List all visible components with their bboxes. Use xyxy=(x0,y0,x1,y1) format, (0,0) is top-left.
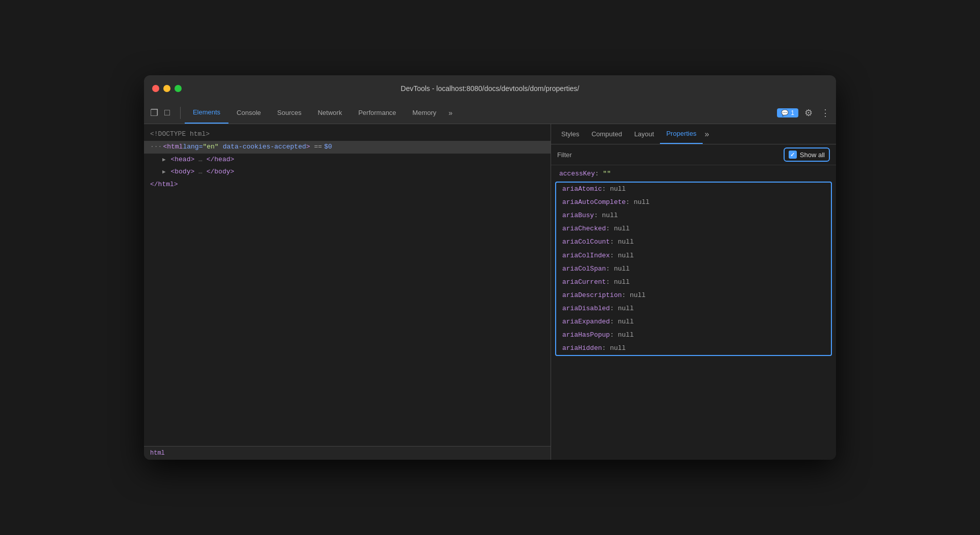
tabbar-right-controls: 💬 1 ⚙ ⋮ xyxy=(777,105,832,121)
prop-ariaExpanded: ariaExpanded: null xyxy=(556,315,831,329)
prop-ariaBusy: ariaBusy: null xyxy=(556,209,831,222)
head-open: <head> xyxy=(170,156,194,163)
prop-ariaDescription: ariaDescription: null xyxy=(556,289,831,302)
tab-divider xyxy=(180,107,181,119)
dom-doctype: <!DOCTYPE html> xyxy=(144,128,551,141)
head-dots: … xyxy=(198,156,203,163)
devtools-window: DevTools - localhost:8080/docs/devtools/… xyxy=(144,75,836,460)
more-options-button[interactable]: ⋮ xyxy=(819,105,832,121)
right-tabbar: Styles Computed Layout Properties » xyxy=(551,124,836,144)
body-close: </body> xyxy=(207,168,235,175)
tab-sources[interactable]: Sources xyxy=(269,102,310,124)
minimize-button[interactable] xyxy=(163,85,170,92)
prop-ariaAutoComplete: ariaAutoComplete: null xyxy=(556,196,831,209)
html-lang-attr: lang= xyxy=(183,142,203,153)
maximize-button[interactable] xyxy=(175,85,182,92)
show-all-container[interactable]: Show all xyxy=(784,147,830,162)
dom-panel: <!DOCTYPE html> ··· <html lang="en" data… xyxy=(144,124,551,460)
window-title: DevTools - localhost:8080/docs/devtools/… xyxy=(401,84,580,93)
html-equals: == xyxy=(314,142,322,153)
cursor-icon[interactable]: ❐ xyxy=(148,105,160,121)
tab-console[interactable]: Console xyxy=(228,102,269,124)
prop-ariaChecked: ariaChecked: null xyxy=(556,222,831,235)
breadcrumb-html[interactable]: html xyxy=(150,450,165,457)
show-all-checkbox[interactable] xyxy=(789,151,797,159)
prop-ariaDisabled: ariaDisabled: null xyxy=(556,302,831,315)
prop-ariaColIndex: ariaColIndex: null xyxy=(556,249,831,262)
dom-body[interactable]: ▶ <body> … </body> xyxy=(144,166,551,179)
body-open: <body> xyxy=(170,168,194,175)
html-dollar: $0 xyxy=(324,142,332,153)
right-panel: Styles Computed Layout Properties » Filt… xyxy=(551,124,836,460)
body-expand[interactable]: ▶ xyxy=(162,169,166,175)
tab-memory[interactable]: Memory xyxy=(405,102,445,124)
doctype-text: <!DOCTYPE html> xyxy=(150,130,210,138)
main-tabs: Elements Console Sources Network Perform… xyxy=(185,102,456,124)
devtools-tool-icons: ❐ □ xyxy=(148,105,172,121)
titlebar: DevTools - localhost:8080/docs/devtools/… xyxy=(144,75,836,102)
prop-ariaHidden: ariaHidden: null xyxy=(556,342,831,355)
html-close-bracket: > xyxy=(306,142,310,153)
comment-icon: 💬 xyxy=(781,109,789,116)
body-dots: … xyxy=(198,168,203,175)
comments-badge[interactable]: 💬 1 xyxy=(777,108,798,117)
dom-tree: <!DOCTYPE html> ··· <html lang="en" data… xyxy=(144,124,551,446)
prop-ariaColCount: ariaColCount: null xyxy=(556,235,831,249)
head-expand[interactable]: ▶ xyxy=(162,157,166,163)
head-close: </head> xyxy=(207,156,235,163)
close-button[interactable] xyxy=(152,85,159,92)
html-dots: ··· xyxy=(150,142,162,153)
prop-ariaHasPopup: ariaHasPopup: null xyxy=(556,329,831,342)
settings-button[interactable]: ⚙ xyxy=(802,105,815,121)
prop-ariaColSpan: ariaColSpan: null xyxy=(556,262,831,276)
badge-count: 1 xyxy=(791,109,794,116)
tab-performance[interactable]: Performance xyxy=(350,102,404,124)
tab-layout[interactable]: Layout xyxy=(628,124,660,144)
properties-content: accessKey: "" ariaAtomic: null ariaAutoC… xyxy=(551,165,836,460)
show-all-label: Show all xyxy=(800,151,825,159)
filter-bar: Filter Show all xyxy=(551,144,836,165)
inspector-icon[interactable]: □ xyxy=(162,105,172,120)
tab-properties[interactable]: Properties xyxy=(660,124,702,144)
main-tabbar: ❐ □ Elements Console Sources Network Per… xyxy=(144,102,836,124)
html-open-tag: <html xyxy=(163,142,183,153)
dom-html-selected[interactable]: ··· <html lang="en" data-cookies-accepte… xyxy=(144,141,551,154)
right-tabs-more[interactable]: » xyxy=(705,130,709,139)
dom-html-close: </html> xyxy=(144,179,551,191)
prop-ariaCurrent: ariaCurrent: null xyxy=(556,276,831,289)
prop-access-key: accessKey: "" xyxy=(551,167,836,181)
tab-computed[interactable]: Computed xyxy=(585,124,628,144)
breadcrumb: html xyxy=(144,446,551,460)
tab-network[interactable]: Network xyxy=(309,102,350,124)
tab-elements[interactable]: Elements xyxy=(185,102,228,124)
dom-head[interactable]: ▶ <head> … </head> xyxy=(144,154,551,166)
filter-input[interactable] xyxy=(576,151,780,159)
html-lang-value: "en" xyxy=(203,142,218,153)
filter-label: Filter xyxy=(557,151,572,159)
traffic-lights xyxy=(152,85,182,92)
properties-highlight-box: ariaAtomic: null ariaAutoComplete: null … xyxy=(555,182,832,356)
html-close-tag: </html> xyxy=(150,181,178,188)
tab-styles[interactable]: Styles xyxy=(555,124,585,144)
tabs-more-button[interactable]: » xyxy=(445,109,457,117)
html-data-attr: data-cookies-accepted xyxy=(223,142,306,153)
prop-ariaAtomic: ariaAtomic: null xyxy=(556,183,831,196)
main-content: <!DOCTYPE html> ··· <html lang="en" data… xyxy=(144,124,836,460)
